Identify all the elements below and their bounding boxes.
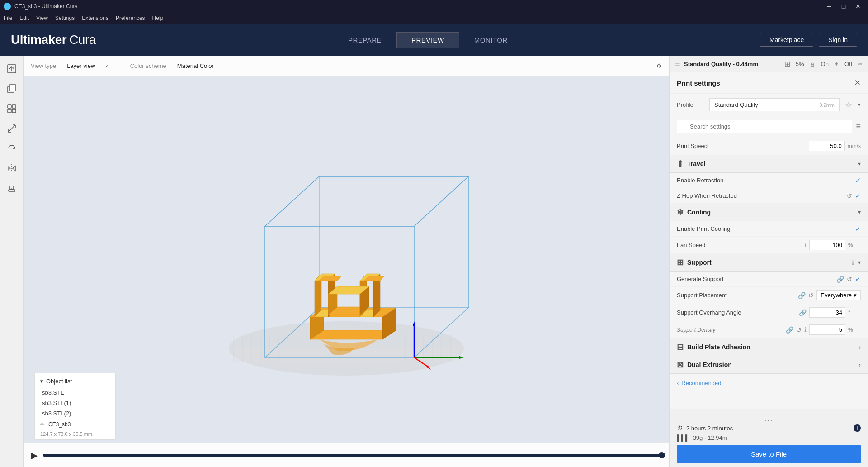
support-section-header[interactable]: ⊞ Support ℹ ▾ (670, 254, 868, 272)
dual-extrusion-section-header[interactable]: ⊠ Dual Extrusion › (670, 356, 868, 374)
dual-extrusion-section-title: ⊠ Dual Extrusion (677, 360, 732, 370)
menu-help[interactable]: Help (152, 15, 164, 21)
view-type-label: View type (31, 62, 56, 69)
enable-retraction-check[interactable]: ✓ (855, 176, 861, 185)
tab-prepare[interactable]: PREPARE (333, 32, 396, 48)
cooling-section-header[interactable]: ❄ Cooling ▾ (670, 204, 868, 221)
layer-icon: ⊞ (784, 60, 790, 68)
recommended-chevron: ‹ (677, 380, 679, 386)
bottom-toolbar: ▶ (24, 443, 669, 467)
profile-edit-icon[interactable]: ✏ (858, 61, 863, 67)
bed-icon: 🖨 (810, 61, 816, 67)
tool-support[interactable] (3, 179, 21, 197)
3d-scene[interactable] (24, 76, 669, 467)
generate-support-reset-icon[interactable]: ↺ (847, 276, 852, 283)
fan-speed-input[interactable] (809, 240, 845, 250)
nav-right: Marketplace Sign in (760, 33, 857, 47)
object-list-item-1[interactable]: sb3.STL(1) (35, 398, 115, 408)
profile-select-value: Standard Quality (714, 101, 758, 108)
view-type-value[interactable]: Layer view (67, 62, 95, 69)
profile-bar: ☰ Standard Quality - 0.44mm ⊞ 5% 🖨 On ✦ … (670, 56, 868, 72)
support-overhang-unit: ° (848, 310, 861, 316)
support-density-input[interactable] (809, 324, 845, 335)
menu-edit[interactable]: Edit (19, 15, 29, 21)
support-density-unit: % (848, 327, 861, 333)
support-info-icon[interactable]: ℹ (852, 259, 854, 266)
support-placement-row: Support Placement 🔗 ↺ Everywhere ▾ (670, 287, 868, 304)
support-placement-dropdown[interactable]: Everywhere ▾ (816, 290, 861, 300)
generate-support-link-icon[interactable]: 🔗 (836, 276, 844, 283)
settings-icon[interactable]: ⚙ (656, 62, 662, 69)
tool-mirror[interactable] (3, 159, 21, 177)
menu-extensions[interactable]: Extensions (82, 15, 108, 21)
search-wrapper: 🔍 (677, 120, 852, 133)
object-list-item-2[interactable]: sb3.STL(2) (35, 408, 115, 419)
save-to-file-button[interactable]: Save to File (677, 445, 861, 463)
wireframe-container (206, 136, 486, 407)
profile-off: Off (844, 61, 852, 67)
object-list-header[interactable]: ▾ Object list (35, 375, 115, 387)
menu-preferences[interactable]: Preferences (116, 15, 145, 21)
travel-section-header[interactable]: ⬆ Travel ▾ (670, 155, 868, 173)
tab-monitor[interactable]: MONITOR (459, 32, 523, 48)
menu-file[interactable]: File (4, 15, 12, 21)
enable-print-cooling-check[interactable]: ✓ (855, 224, 861, 233)
menu-settings[interactable]: Settings (55, 15, 75, 21)
support-overhang-input[interactable] (809, 307, 845, 318)
recommended-button[interactable]: ‹ Recommended (677, 380, 722, 386)
support-overhang-link-icon[interactable]: 🔗 (799, 309, 807, 316)
z-hop-check[interactable]: ✓ (855, 191, 861, 200)
print-speed-label: Print Speed (677, 143, 708, 149)
print-speed-input[interactable] (809, 141, 845, 151)
build-plate-chevron: › (859, 343, 861, 351)
generate-support-check[interactable]: ✓ (855, 275, 861, 283)
svg-marker-24 (413, 321, 415, 326)
fan-speed-info-icon[interactable]: ℹ (804, 242, 807, 248)
close-button[interactable]: ✕ (852, 0, 864, 13)
support-density-info-icon[interactable]: ℹ (804, 326, 807, 333)
support-placement-reset-icon[interactable]: ↺ (808, 292, 814, 299)
tool-rotate[interactable] (3, 139, 21, 157)
z-hop-reset-icon[interactable]: ↺ (847, 192, 852, 200)
menu-view[interactable]: View (36, 15, 48, 21)
support-placement-link-icon[interactable]: 🔗 (798, 292, 806, 299)
signin-button[interactable]: Sign in (819, 33, 857, 47)
dots-row: ... (677, 413, 861, 424)
tool-duplicate[interactable] (3, 80, 21, 98)
tool-scale[interactable] (3, 119, 21, 138)
object-list-item-0[interactable]: sb3.STL (35, 387, 115, 398)
favorite-button[interactable]: ☆ (845, 100, 852, 110)
minimize-button[interactable]: ─ (823, 0, 835, 13)
support-density-link-icon[interactable]: 🔗 (786, 326, 793, 334)
profile-quality-icon: ☰ (675, 61, 680, 67)
enable-retraction-row: Enable Retraction ✓ (670, 173, 868, 188)
support-placement-label: Support Placement (677, 292, 727, 299)
view-type-chevron[interactable]: ‹ (106, 62, 108, 69)
search-menu-icon[interactable]: ≡ (856, 122, 861, 131)
material-amount: 39g · 12.94m (693, 434, 727, 441)
recommended-row: ‹ Recommended (670, 374, 868, 392)
maximize-button[interactable]: □ (837, 0, 850, 13)
window-controls: ─ □ ✕ (823, 0, 864, 13)
tool-arrange[interactable] (3, 100, 21, 118)
material-info: ▌▌▌ 39g · 12.94m (677, 434, 861, 441)
dual-extrusion-icon: ⊠ (677, 360, 684, 370)
nav-tabs: PREPARE PREVIEW MONITOR (333, 32, 523, 48)
info-button[interactable]: i (854, 424, 861, 432)
tool-open[interactable] (3, 60, 21, 78)
layer-progress-thumb[interactable] (659, 452, 665, 458)
recommended-label: Recommended (681, 380, 721, 386)
build-plate-icon: ⊟ (677, 342, 684, 352)
support-density-reset-icon[interactable]: ↺ (796, 326, 802, 334)
color-scheme-value[interactable]: Material Color (177, 62, 214, 69)
marketplace-button[interactable]: Marketplace (760, 33, 813, 47)
object-list-title: Object list (46, 378, 72, 385)
layer-progress-track[interactable] (43, 454, 662, 457)
search-input[interactable] (677, 120, 852, 133)
profile-select[interactable]: Standard Quality 0.2mm (709, 98, 840, 111)
tab-preview[interactable]: PREVIEW (396, 32, 459, 48)
build-plate-section-header[interactable]: ⊟ Build Plate Adhesion › (670, 338, 868, 356)
profile-dropdown-button[interactable]: ▾ (858, 101, 861, 108)
play-button[interactable]: ▶ (31, 450, 38, 461)
panel-close-button[interactable]: ✕ (854, 78, 861, 88)
